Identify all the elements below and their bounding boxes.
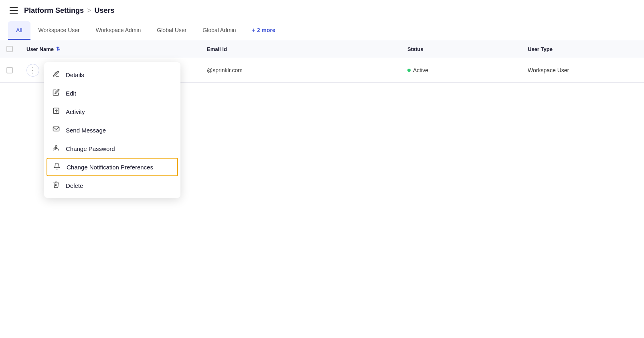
menu-item-details-label: Details xyxy=(66,71,84,78)
menu-item-activity-label: Activity xyxy=(66,108,85,115)
svg-point-0 xyxy=(55,72,56,73)
details-icon xyxy=(52,70,60,79)
row-usertype: Workspace User xyxy=(521,61,644,79)
hamburger-menu[interactable] xyxy=(8,6,19,15)
menu-item-change-notification-label: Change Notification Preferences xyxy=(67,164,153,171)
menu-item-send-message-label: Send Message xyxy=(66,127,106,134)
tab-workspace-admin[interactable]: Workspace Admin xyxy=(88,21,149,40)
th-status: Status xyxy=(401,40,521,58)
tab-more[interactable]: + 2 more xyxy=(244,21,284,40)
th-username: User Name ⇅ xyxy=(20,40,200,58)
menu-item-send-message[interactable]: Send Message xyxy=(44,121,180,139)
menu-item-change-password[interactable]: Change Password xyxy=(44,139,180,158)
menu-item-change-password-label: Change Password xyxy=(66,145,115,152)
th-select xyxy=(0,40,20,58)
tab-global-admin[interactable]: Global Admin xyxy=(194,21,244,40)
row-email: @sprinklr.com xyxy=(200,61,401,79)
users-table: User Name ⇅ Email Id Status User Type ⋮ xyxy=(0,40,644,83)
row-actions-cell: ⋮ Details xyxy=(20,58,200,82)
tabs-bar: All Workspace User Workspace Admin Globa… xyxy=(0,21,644,40)
tab-global-user[interactable]: Global User xyxy=(149,21,194,40)
header: Platform Settings > Users xyxy=(0,0,644,21)
th-usertype: User Type xyxy=(521,40,644,58)
context-menu: Details Edit xyxy=(44,62,180,198)
menu-item-delete-label: Delete xyxy=(66,182,83,189)
menu-item-change-notification[interactable]: Change Notification Preferences xyxy=(47,158,178,176)
tab-all[interactable]: All xyxy=(8,21,30,40)
menu-item-edit[interactable]: Edit xyxy=(44,84,180,102)
breadcrumb-separator: > xyxy=(87,6,91,15)
table-row: ⋮ Details xyxy=(0,58,644,83)
trash-icon xyxy=(52,181,60,190)
bell-icon xyxy=(53,163,61,171)
menu-item-details[interactable]: Details xyxy=(44,65,180,84)
activity-icon xyxy=(52,107,60,116)
select-all-checkbox[interactable] xyxy=(6,46,13,52)
th-email: Email Id xyxy=(200,40,401,58)
breadcrumb-users: Users xyxy=(95,6,115,15)
status-dot xyxy=(407,69,411,72)
sort-icon[interactable]: ⇅ xyxy=(56,46,60,52)
row-actions-button[interactable]: ⋮ xyxy=(26,64,39,77)
table-header: User Name ⇅ Email Id Status User Type xyxy=(0,40,644,58)
menu-item-activity[interactable]: Activity xyxy=(44,102,180,121)
tab-workspace-user[interactable]: Workspace User xyxy=(30,21,88,40)
menu-item-delete[interactable]: Delete xyxy=(44,176,180,195)
edit-icon xyxy=(52,89,60,98)
row-checkbox[interactable] xyxy=(6,67,13,73)
breadcrumb-platform-settings: Platform Settings xyxy=(24,6,84,15)
row-select xyxy=(0,61,20,79)
message-icon xyxy=(52,126,60,134)
password-icon xyxy=(52,144,60,153)
menu-item-edit-label: Edit xyxy=(66,90,76,97)
row-status: Active xyxy=(401,61,521,79)
breadcrumb: Platform Settings > Users xyxy=(24,6,115,15)
